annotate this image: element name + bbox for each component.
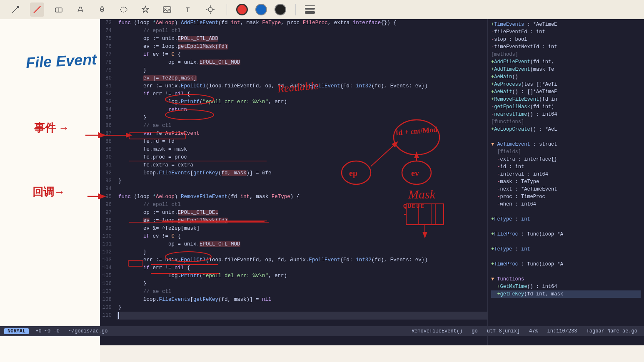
eraser-tool-btn[interactable] <box>52 2 66 17</box>
svg-point-5 <box>101 9 103 10</box>
rp-line-4: -timeEventNextId : int <box>491 43 641 51</box>
rp-line-tetype: +TeType : int <box>491 245 641 253</box>
rp-line-5: +AddFileEvent(fd int, <box>491 58 641 66</box>
rp-line-6: +AddTimeEvent(mask Te <box>491 66 641 73</box>
line-number-100: 100 <box>100 233 117 241</box>
rp-line-empty3 <box>491 223 641 231</box>
line-number-99: 99 <box>100 225 117 233</box>
stamp-tool-btn[interactable] <box>95 2 109 17</box>
line-code-91: fe.extra = extra <box>117 161 487 169</box>
rp-line-empty2 <box>491 208 641 216</box>
line-number-75: 75 <box>100 35 117 43</box>
line-code-108: loop.FileEvents[getFeKey(fd, mask)] = ni… <box>117 296 487 304</box>
rp-line-empty6 <box>491 268 641 275</box>
star-tool-btn[interactable] <box>138 2 152 17</box>
code-line-74: 74 // epoll ctl <box>100 27 487 35</box>
code-line-105: 105 log.Printf("epoll del err: %v\n", er… <box>100 272 487 280</box>
code-line-103: 103 err := unix.EpollCtl(loop.fileEventF… <box>100 256 487 264</box>
line-number-95: 95 <box>100 193 117 201</box>
handwriting-tool-btn[interactable] <box>8 2 22 17</box>
rp-line-19: -proc : TimeProc <box>491 193 641 201</box>
code-line-88: 88 fe.fd = fd <box>100 138 487 146</box>
svg-point-10 <box>208 7 212 12</box>
pen-tool-btn[interactable] <box>30 2 44 17</box>
code-line-78: 78 op = unix.EPOLL_CTL_MOD <box>100 59 487 67</box>
line-number-94: 94 <box>100 185 117 193</box>
line-number-101: 101 <box>100 241 117 248</box>
rp-line-funcs: [functions] <box>491 118 641 126</box>
status-bar: NORMAL +0 ~0 -0 ~/godis/ae.go RemoveFile… <box>0 326 644 336</box>
line-number-97: 97 <box>100 209 117 217</box>
status-git: +0 ~0 -0 <box>33 328 62 334</box>
line-code-83: log.Printf("epoll ctr err: %v\n", err) <box>117 98 487 106</box>
line-code-110 <box>117 312 487 320</box>
line-number-81: 81 <box>100 82 117 90</box>
thickness-thick-btn[interactable] <box>305 11 315 14</box>
line-number-91: 91 <box>100 161 117 169</box>
line-number-102: 102 <box>100 248 117 256</box>
code-line-98: 98 ev := loop.getEpollMask(fd) <box>100 217 487 225</box>
rp-line-22: +getFeKey(fd int, mask <box>491 290 641 298</box>
rp-line-empty4 <box>491 238 641 245</box>
line-number-73: 73 <box>100 19 117 27</box>
code-line-101: 101 op = unix.EPOLL_CTL_MOD <box>100 241 487 248</box>
rp-line-13: +AeLoopCreate() : *AeL <box>491 126 641 133</box>
line-number-98: 98 <box>100 217 117 225</box>
rp-line-12: -nearestTime() : int64 <box>491 111 641 118</box>
line-number-110: 110 <box>100 312 117 320</box>
toolbar-divider <box>227 4 227 15</box>
color-red-btn[interactable] <box>236 4 248 15</box>
rp-line-empty1 <box>491 133 641 141</box>
rp-line-21: +GetMsTime() : int64 <box>491 283 641 290</box>
svg-point-0 <box>17 6 19 8</box>
code-line-109: 109 } <box>100 304 487 312</box>
svg-line-1 <box>39 6 40 8</box>
line-number-76: 76 <box>100 43 117 51</box>
line-code-85: } <box>117 114 487 122</box>
line-number-106: 106 <box>100 280 117 288</box>
code-line-97: 97 op := unix.EPOLL_CTL_DEL <box>100 209 487 217</box>
rp-line-15: -id : int <box>491 163 641 171</box>
line-number-90: 90 <box>100 154 117 161</box>
line-code-84: return <box>117 106 487 114</box>
line-number-107: 107 <box>100 288 117 296</box>
annotation-event: 事件 → <box>34 121 70 135</box>
code-line-90: 90 fe.proc = proc <box>100 154 487 161</box>
code-editor[interactable]: 73 func (loop *AeLoop) AddFileEvent(fd i… <box>100 19 487 345</box>
code-line-108: 108 loop.FileEvents[getFeKey(fd, mask)] … <box>100 296 487 304</box>
code-line-91: 91 fe.extra = extra <box>100 161 487 169</box>
rp-line-11: -getEpollMask(fd int) <box>491 103 641 111</box>
code-line-83: 83 log.Printf("epoll ctr err: %v\n", err… <box>100 98 487 106</box>
line-code-75: op := unix.EPOLL_CTL_ADD <box>117 35 487 43</box>
line-number-74: 74 <box>100 27 117 35</box>
color-black-btn[interactable] <box>275 4 286 15</box>
line-code-96: // epoll ctl <box>117 201 487 209</box>
line-number-96: 96 <box>100 201 117 209</box>
spotlight-tool-btn[interactable] <box>203 2 217 17</box>
file-event-title: File Event <box>25 51 97 72</box>
line-number-79: 79 <box>100 67 117 74</box>
status-path: ~/godis/ae.go <box>66 328 110 334</box>
line-code-74: // epoll ctl <box>117 27 487 35</box>
code-line-76: 76 ev := loop.getEpollMask(fd) <box>100 43 487 51</box>
line-code-77: if ev != 0 { <box>117 51 487 59</box>
thickness-thin-btn[interactable] <box>305 5 315 6</box>
code-line-106: 106 } <box>100 280 487 288</box>
thickness-medium-btn[interactable] <box>305 8 315 10</box>
code-line-99: 99 ev &= ^fe2ep[mask] <box>100 225 487 233</box>
rp-line-3: -stop : bool <box>491 36 641 43</box>
line-code-76: ev := loop.getEpollMask(fd) <box>117 43 487 51</box>
code-line-77: 77 if ev != 0 { <box>100 51 487 59</box>
annotation-ev: ev <box>411 169 419 178</box>
image-tool-btn[interactable] <box>160 2 174 17</box>
rp-line-empty5 <box>491 253 641 260</box>
lasso-tool-btn[interactable] <box>117 2 131 17</box>
line-number-104: 104 <box>100 264 117 272</box>
highlighter-tool-btn[interactable] <box>73 2 87 17</box>
text-tool-btn[interactable]: T <box>182 2 196 17</box>
annotation-queue: QUEUE <box>403 203 425 210</box>
color-blue-btn[interactable] <box>255 4 267 15</box>
rp-line-20: -when : int64 <box>491 201 641 208</box>
status-filetype: go <box>469 328 480 334</box>
line-code-73: func (loop *AeLoop) AddFileEvent(fd int,… <box>117 19 487 27</box>
